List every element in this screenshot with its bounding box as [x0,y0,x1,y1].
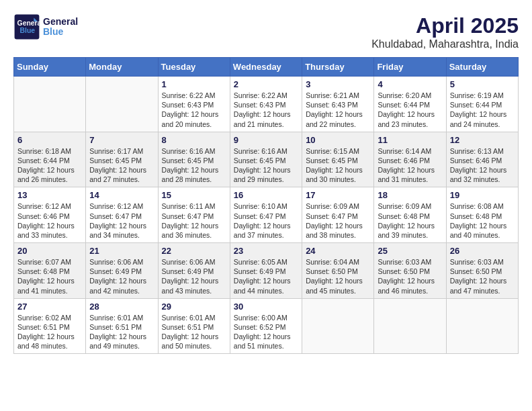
calendar-cell [374,298,446,354]
day-number: 15 [162,190,226,200]
day-number: 1 [162,79,226,89]
day-info: Sunrise: 6:03 AMSunset: 6:50 PMDaylight:… [378,257,442,295]
calendar-week-3: 13Sunrise: 6:12 AMSunset: 6:46 PMDayligh… [14,187,519,243]
day-number: 9 [234,135,298,145]
calendar-cell: 24Sunrise: 6:04 AMSunset: 6:50 PMDayligh… [302,243,374,299]
day-number: 5 [450,79,515,89]
day-info: Sunrise: 6:16 AMSunset: 6:45 PMDaylight:… [162,146,226,185]
day-info: Sunrise: 6:11 AMSunset: 6:47 PMDaylight:… [162,201,226,240]
calendar-week-2: 6Sunrise: 6:18 AMSunset: 6:44 PMDaylight… [14,132,519,187]
day-number: 18 [378,190,442,200]
calendar-cell: 8Sunrise: 6:16 AMSunset: 6:45 PMDaylight… [158,132,230,187]
day-number: 21 [89,246,154,256]
calendar-header-saturday: Saturday [446,58,518,77]
day-number: 26 [450,246,515,256]
calendar-cell [446,298,518,354]
logo-icon: General Blue [13,13,40,40]
calendar-cell: 17Sunrise: 6:09 AMSunset: 6:47 PMDayligh… [302,187,374,243]
calendar-cell: 2Sunrise: 6:22 AMSunset: 6:43 PMDaylight… [230,77,302,132]
day-info: Sunrise: 6:21 AMSunset: 6:43 PMDaylight:… [306,91,370,129]
calendar-cell: 14Sunrise: 6:12 AMSunset: 6:47 PMDayligh… [86,187,158,243]
calendar-cell: 19Sunrise: 6:08 AMSunset: 6:48 PMDayligh… [446,187,518,243]
day-info: Sunrise: 6:18 AMSunset: 6:44 PMDaylight:… [17,146,82,185]
day-number: 20 [17,246,82,256]
day-number: 14 [89,190,154,200]
logo-text-line2: Blue [43,27,78,37]
calendar-cell: 28Sunrise: 6:01 AMSunset: 6:51 PMDayligh… [86,298,158,354]
day-number: 17 [306,190,370,200]
calendar-cell [302,298,374,354]
calendar-header-monday: Monday [86,58,158,77]
calendar-header-thursday: Thursday [302,58,374,77]
day-number: 16 [234,190,298,200]
calendar-cell: 3Sunrise: 6:21 AMSunset: 6:43 PMDaylight… [302,77,374,132]
day-info: Sunrise: 6:14 AMSunset: 6:46 PMDaylight:… [378,146,442,185]
day-number: 27 [17,302,82,312]
day-info: Sunrise: 6:12 AMSunset: 6:46 PMDaylight:… [17,201,82,240]
month-title: April 2025 [371,13,519,38]
day-info: Sunrise: 6:19 AMSunset: 6:44 PMDaylight:… [450,91,515,129]
calendar-cell: 29Sunrise: 6:01 AMSunset: 6:51 PMDayligh… [158,298,230,354]
calendar-cell: 25Sunrise: 6:03 AMSunset: 6:50 PMDayligh… [374,243,446,299]
day-info: Sunrise: 6:06 AMSunset: 6:49 PMDaylight:… [89,257,154,295]
calendar-week-5: 27Sunrise: 6:02 AMSunset: 6:51 PMDayligh… [14,298,519,354]
calendar-header-wednesday: Wednesday [230,58,302,77]
page-header: General Blue General Blue April 2025 Khu… [13,13,519,50]
calendar-cell: 27Sunrise: 6:02 AMSunset: 6:51 PMDayligh… [14,298,86,354]
day-number: 19 [450,190,515,200]
calendar-cell: 7Sunrise: 6:17 AMSunset: 6:45 PMDaylight… [86,132,158,187]
day-info: Sunrise: 6:09 AMSunset: 6:48 PMDaylight:… [378,201,442,240]
day-number: 7 [89,135,154,145]
day-info: Sunrise: 6:04 AMSunset: 6:50 PMDaylight:… [306,257,370,295]
day-number: 3 [306,79,370,89]
calendar-week-1: 1Sunrise: 6:22 AMSunset: 6:43 PMDaylight… [14,77,519,132]
day-info: Sunrise: 6:13 AMSunset: 6:46 PMDaylight:… [450,146,515,185]
day-info: Sunrise: 6:08 AMSunset: 6:48 PMDaylight:… [450,201,515,240]
day-number: 28 [89,302,154,312]
day-number: 12 [450,135,515,145]
day-info: Sunrise: 6:20 AMSunset: 6:44 PMDaylight:… [378,91,442,129]
calendar-header-sunday: Sunday [14,58,86,77]
svg-text:General: General [17,19,40,27]
calendar-cell: 16Sunrise: 6:10 AMSunset: 6:47 PMDayligh… [230,187,302,243]
day-number: 2 [234,79,298,89]
day-info: Sunrise: 6:07 AMSunset: 6:48 PMDaylight:… [17,257,82,295]
calendar-cell: 6Sunrise: 6:18 AMSunset: 6:44 PMDaylight… [14,132,86,187]
calendar-cell: 11Sunrise: 6:14 AMSunset: 6:46 PMDayligh… [374,132,446,187]
day-info: Sunrise: 6:01 AMSunset: 6:51 PMDaylight:… [162,313,226,351]
day-number: 30 [234,302,298,312]
logo: General Blue General Blue [13,13,78,40]
day-number: 29 [162,302,226,312]
location-title: Khuldabad, Maharashtra, India [371,38,519,50]
day-number: 6 [17,135,82,145]
day-number: 4 [378,79,442,89]
day-info: Sunrise: 6:22 AMSunset: 6:43 PMDaylight:… [234,91,298,129]
calendar-cell: 20Sunrise: 6:07 AMSunset: 6:48 PMDayligh… [14,243,86,299]
calendar-cell: 23Sunrise: 6:05 AMSunset: 6:49 PMDayligh… [230,243,302,299]
calendar-cell: 22Sunrise: 6:06 AMSunset: 6:49 PMDayligh… [158,243,230,299]
calendar-cell: 9Sunrise: 6:16 AMSunset: 6:45 PMDaylight… [230,132,302,187]
day-info: Sunrise: 6:12 AMSunset: 6:47 PMDaylight:… [89,201,154,240]
day-number: 8 [162,135,226,145]
day-number: 23 [234,246,298,256]
calendar-cell: 18Sunrise: 6:09 AMSunset: 6:48 PMDayligh… [374,187,446,243]
day-info: Sunrise: 6:01 AMSunset: 6:51 PMDaylight:… [89,313,154,351]
day-info: Sunrise: 6:05 AMSunset: 6:49 PMDaylight:… [234,257,298,295]
calendar-cell: 26Sunrise: 6:03 AMSunset: 6:50 PMDayligh… [446,243,518,299]
day-info: Sunrise: 6:02 AMSunset: 6:51 PMDaylight:… [17,313,82,351]
calendar-cell: 4Sunrise: 6:20 AMSunset: 6:44 PMDaylight… [374,77,446,132]
title-block: April 2025 Khuldabad, Maharashtra, India [371,13,519,50]
day-number: 25 [378,246,442,256]
calendar-header-tuesday: Tuesday [158,58,230,77]
calendar-cell [86,77,158,132]
day-number: 24 [306,246,370,256]
calendar-cell: 21Sunrise: 6:06 AMSunset: 6:49 PMDayligh… [86,243,158,299]
day-number: 13 [17,190,82,200]
calendar-cell: 30Sunrise: 6:00 AMSunset: 6:52 PMDayligh… [230,298,302,354]
day-info: Sunrise: 6:03 AMSunset: 6:50 PMDaylight:… [450,257,515,295]
day-number: 10 [306,135,370,145]
day-info: Sunrise: 6:10 AMSunset: 6:47 PMDaylight:… [234,201,298,240]
calendar-table: SundayMondayTuesdayWednesdayThursdayFrid… [13,57,519,354]
calendar-cell: 1Sunrise: 6:22 AMSunset: 6:43 PMDaylight… [158,77,230,132]
calendar-header-row: SundayMondayTuesdayWednesdayThursdayFrid… [14,58,519,77]
